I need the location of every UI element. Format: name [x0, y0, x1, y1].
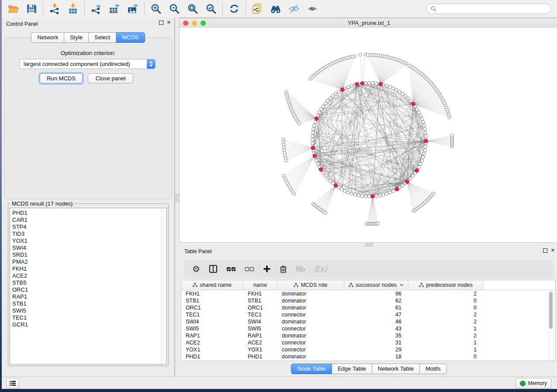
zoom-selected-icon[interactable] [205, 3, 217, 14]
first-neighbors-icon[interactable] [270, 3, 281, 14]
add-column-icon[interactable] [263, 265, 271, 273]
network-canvas[interactable] [180, 28, 557, 242]
network-node[interactable] [311, 138, 314, 141]
network-node[interactable] [424, 134, 427, 138]
refresh-view-icon[interactable] [228, 3, 240, 14]
table-cell[interactable]: dominator [277, 318, 344, 325]
tab-network[interactable]: Network [31, 32, 64, 43]
network-node[interactable] [309, 77, 312, 80]
table-tab-node-table[interactable]: Node Table [291, 364, 332, 374]
table-row[interactable]: PHD1PHD1dominator180 [181, 353, 555, 360]
table-cell[interactable]: 46 [344, 318, 408, 325]
export-table-icon[interactable] [109, 3, 120, 14]
mcds-result-list[interactable]: PHD1CAR1STP4TID3YOX1SWI4SRD1PMA2FKH1ACE2… [10, 208, 167, 364]
import-network-icon[interactable] [49, 3, 60, 14]
network-node[interactable] [422, 152, 426, 155]
network-node[interactable] [340, 188, 343, 191]
deselect-all-rows-icon[interactable] [245, 266, 254, 272]
zoom-out-icon[interactable] [169, 3, 180, 14]
search-input[interactable] [436, 5, 550, 12]
mcds-hub-node[interactable] [319, 168, 322, 171]
table-tab-motifs[interactable]: Motifs [420, 364, 447, 374]
float-panel-icon[interactable] [159, 21, 163, 25]
table-tab-edge-table[interactable]: Edge Table [332, 364, 372, 374]
network-node[interactable] [417, 111, 420, 114]
save-session-icon[interactable] [26, 3, 37, 14]
mcds-result-item[interactable]: PMA2 [10, 258, 166, 265]
table-cell[interactable]: 0 [408, 353, 484, 360]
network-graph[interactable] [180, 28, 557, 242]
network-node[interactable] [423, 149, 426, 152]
close-panel-button[interactable]: Close panel [88, 73, 133, 83]
apply-function-icon[interactable]: f(x) [314, 265, 327, 273]
network-node[interactable] [419, 162, 422, 165]
table-cell[interactable]: connector [277, 346, 344, 353]
table-row[interactable]: STB1STB1dominator620 [181, 297, 555, 304]
mcds-result-item[interactable]: SRD1 [10, 251, 166, 258]
table-tab-network-table[interactable]: Network Table [372, 364, 420, 374]
memory-button[interactable]: Memory [515, 378, 551, 389]
mcds-result-item[interactable]: CAR1 [10, 217, 166, 224]
network-node[interactable] [371, 82, 374, 85]
network-node[interactable] [298, 122, 301, 125]
table-row[interactable]: SWI5SWI5connector431 [181, 325, 555, 332]
table-cell[interactable]: PHD1 [181, 353, 243, 360]
mcds-hub-node[interactable] [334, 184, 337, 187]
table-cell[interactable]: ORC1 [181, 304, 243, 311]
network-node[interactable] [375, 82, 378, 85]
table-cell[interactable]: 31 [344, 339, 408, 346]
hide-selected-icon[interactable] [288, 3, 300, 14]
table-cell[interactable]: 2 [408, 311, 484, 318]
mcds-result-item[interactable]: FKH1 [10, 265, 166, 272]
network-node[interactable] [409, 99, 412, 102]
network-node[interactable] [359, 53, 362, 56]
network-node[interactable] [411, 174, 414, 177]
table-cell[interactable]: 2 [408, 332, 484, 339]
table-row[interactable]: FKH1FKH1dominator962 [181, 290, 555, 297]
table-cell[interactable]: dominator [277, 297, 344, 304]
mcds-hub-node[interactable] [355, 83, 359, 86]
network-node[interactable] [422, 120, 425, 124]
network-node[interactable] [392, 87, 395, 90]
table-cell[interactable]: SWI5 [181, 325, 243, 332]
mcds-hub-node[interactable] [405, 180, 409, 183]
table-cell[interactable]: RAP1 [243, 332, 277, 339]
network-node[interactable] [432, 192, 435, 195]
table-cell[interactable]: dominator [277, 332, 344, 339]
delete-column-icon[interactable] [280, 265, 287, 273]
column-header-successor-nodes[interactable]: successor nodes [344, 280, 408, 290]
network-node[interactable] [357, 194, 360, 197]
table-cell[interactable]: 47 [344, 311, 408, 318]
mcds-result-item[interactable]: PHD1 [10, 210, 166, 217]
network-node[interactable] [385, 84, 388, 87]
table-cell[interactable]: 0 [408, 297, 484, 304]
search-field[interactable] [426, 3, 551, 14]
table-cell[interactable]: STB1 [243, 297, 277, 304]
network-node[interactable] [329, 97, 332, 100]
network-node[interactable] [320, 108, 323, 111]
network-node[interactable] [382, 193, 385, 196]
network-node[interactable] [415, 108, 419, 111]
dropdown-stepper-icon[interactable] [147, 59, 155, 69]
table-options-gear-icon[interactable]: ⚙ [192, 265, 200, 273]
network-node[interactable] [364, 195, 367, 198]
show-all-icon[interactable] [307, 3, 318, 14]
table-cell[interactable]: FKH1 [181, 290, 243, 297]
network-node[interactable] [406, 97, 409, 100]
network-node[interactable] [316, 162, 319, 165]
network-titlebar[interactable]: YPA_prune.txt_1 [180, 18, 557, 28]
network-node[interactable] [375, 194, 378, 197]
table-cell[interactable]: 18 [344, 353, 408, 360]
column-header-MCDS-role[interactable]: MCDS role [277, 280, 344, 290]
mcds-hub-node[interactable] [360, 82, 364, 85]
network-node[interactable] [409, 177, 412, 180]
table-cell[interactable]: PHD1 [243, 353, 277, 360]
close-table-panel-icon[interactable]: ✕ [551, 248, 555, 253]
network-node[interactable] [311, 134, 314, 138]
mcds-result-item[interactable]: SWI4 [10, 244, 166, 251]
table-scrollbar[interactable] [548, 291, 554, 361]
network-node[interactable] [366, 53, 369, 56]
network-node[interactable] [377, 222, 380, 225]
import-table-icon[interactable] [67, 3, 79, 14]
network-node[interactable] [334, 92, 337, 95]
